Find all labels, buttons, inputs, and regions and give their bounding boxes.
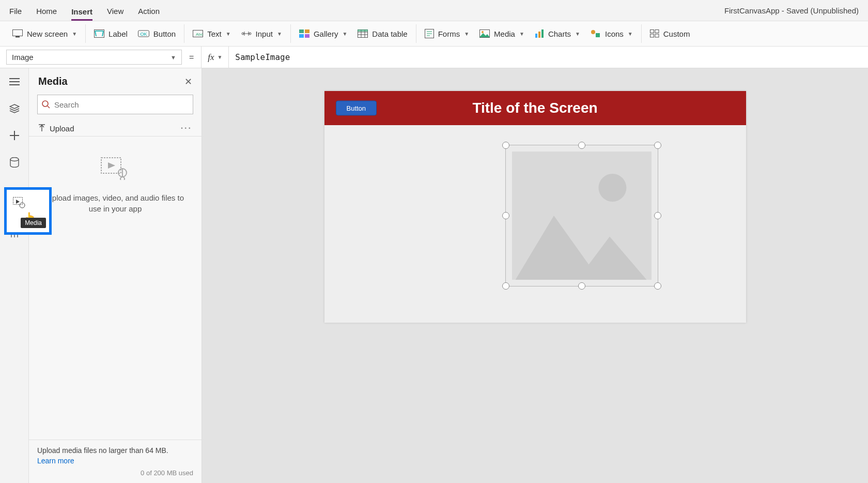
shapes-icon [591, 29, 601, 38]
svg-rect-10 [305, 29, 309, 33]
svg-rect-33 [655, 34, 659, 37]
upload-icon [38, 124, 45, 132]
panel-title: Media [38, 76, 68, 87]
fx-icon: fx [208, 52, 214, 63]
resize-handle[interactable] [654, 142, 661, 149]
chevron-down-icon: ▼ [218, 54, 223, 60]
chevron-down-icon: ▼ [277, 31, 282, 37]
grid-icon [650, 29, 659, 38]
equals-sign: = [182, 47, 201, 68]
forms-dropdown[interactable]: Forms ▼ [425, 29, 469, 38]
button-text: Button [153, 29, 176, 38]
tree-view-icon[interactable] [8, 102, 21, 115]
text-label: Text [207, 29, 222, 38]
screen[interactable]: Button Title of the Screen [324, 91, 746, 323]
new-screen-label: New screen [27, 29, 68, 38]
image-control[interactable] [505, 145, 658, 286]
chevron-down-icon: ▼ [342, 31, 347, 37]
svg-point-47 [598, 174, 626, 202]
formula-input[interactable]: SampleImage [229, 47, 868, 68]
chart-icon [535, 29, 544, 38]
svg-rect-11 [299, 34, 304, 38]
resize-handle[interactable] [502, 212, 509, 219]
text-icon: Abc [193, 30, 203, 37]
learn-more-link[interactable]: Learn more [37, 457, 193, 465]
svg-point-39 [10, 158, 19, 161]
chevron-down-icon: ▼ [628, 31, 633, 37]
charts-label: Charts [548, 29, 571, 38]
menu-home[interactable]: Home [36, 5, 57, 16]
search-field[interactable] [54, 100, 189, 109]
media-panel: Media ✕ Upload ··· Upload images, video,… [29, 68, 202, 483]
input-label: Input [256, 29, 273, 38]
label-icon [94, 29, 104, 38]
label-text: Label [109, 29, 128, 38]
picture-icon [479, 29, 490, 38]
resize-handle[interactable] [654, 282, 661, 290]
chevron-down-icon: ▼ [171, 54, 176, 61]
formula-bar: Image ▼ = fx ▼ SampleImage [0, 47, 868, 68]
menu-view[interactable]: View [107, 5, 123, 16]
icons-dropdown[interactable]: Icons ▼ [591, 29, 633, 38]
menu-insert[interactable]: Insert [71, 6, 92, 21]
resize-handle[interactable] [578, 142, 585, 149]
ribbon: New screen ▼ Label OK Button Abc Text ▼ … [0, 21, 868, 47]
custom-button[interactable]: Custom [650, 29, 690, 38]
menu-file[interactable]: File [9, 5, 22, 16]
property-name: Image [12, 53, 34, 62]
button-insert[interactable]: OK Button [138, 29, 176, 38]
svg-rect-1 [16, 36, 20, 38]
svg-rect-31 [655, 30, 659, 33]
search-icon [42, 100, 50, 109]
svg-rect-0 [13, 30, 23, 36]
insert-icon[interactable] [8, 129, 21, 142]
svg-rect-26 [538, 32, 540, 38]
gallery-dropdown[interactable]: Gallery ▼ [299, 29, 347, 38]
svg-rect-18 [358, 29, 368, 32]
label-button[interactable]: Label [94, 29, 128, 38]
svg-line-43 [48, 106, 50, 108]
svg-rect-12 [305, 34, 309, 38]
search-input[interactable] [37, 95, 193, 114]
resize-handle[interactable] [654, 212, 661, 219]
canvas-button[interactable]: Button [336, 101, 377, 116]
media-rail-highlight[interactable]: 👆 Media [4, 187, 52, 235]
upload-button[interactable]: Upload [38, 124, 74, 133]
media-label: Media [494, 29, 515, 38]
resize-handle[interactable] [578, 282, 585, 290]
text-dropdown[interactable]: Abc Text ▼ [193, 29, 230, 38]
input-dropdown[interactable]: Input ▼ [241, 29, 282, 38]
svg-rect-29 [596, 33, 600, 37]
image-placeholder [512, 152, 652, 280]
close-icon[interactable]: ✕ [184, 76, 192, 87]
empty-state-text: Upload images, video, and audio files to… [41, 192, 189, 214]
datatable-button[interactable]: Data table [358, 29, 407, 38]
chevron-down-icon: ▼ [72, 31, 77, 37]
input-icon [241, 29, 252, 38]
svg-rect-27 [541, 29, 544, 38]
resize-handle[interactable] [502, 282, 509, 290]
resize-handle[interactable] [502, 142, 509, 149]
canvas[interactable]: Button Title of the Screen [202, 68, 868, 483]
media-dropdown[interactable]: Media ▼ [479, 29, 524, 38]
button-icon: OK [138, 29, 149, 38]
property-selector[interactable]: Image ▼ [6, 50, 182, 65]
menu-action[interactable]: Action [138, 5, 160, 16]
forms-label: Forms [438, 29, 460, 38]
data-icon[interactable] [8, 156, 21, 169]
table-icon [358, 29, 368, 38]
media-placeholder-icon [101, 157, 130, 180]
svg-point-24 [482, 31, 484, 33]
fx-button[interactable]: fx ▼ [201, 47, 229, 68]
menubar: File Home Insert View Action FirstCanvas… [0, 0, 868, 21]
chevron-down-icon: ▼ [575, 31, 580, 37]
svg-text:OK: OK [140, 32, 147, 37]
gallery-label: Gallery [314, 29, 338, 38]
chevron-down-icon: ▼ [464, 31, 469, 37]
gallery-icon [299, 29, 309, 38]
more-icon[interactable]: ··· [181, 124, 192, 133]
charts-dropdown[interactable]: Charts ▼ [535, 29, 580, 38]
hamburger-icon[interactable] [8, 76, 21, 88]
media-icon [13, 197, 25, 208]
new-screen-button[interactable]: New screen ▼ [12, 29, 77, 38]
